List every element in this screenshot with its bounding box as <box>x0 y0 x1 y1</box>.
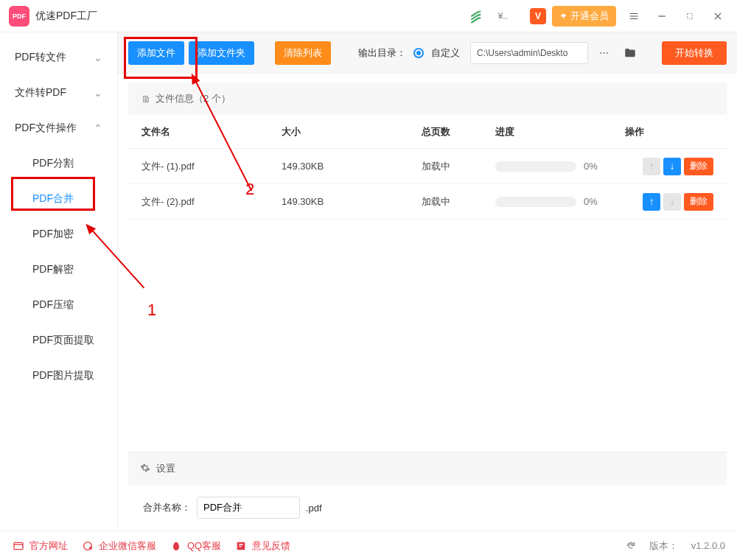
move-down-button[interactable]: ↓ <box>663 193 681 211</box>
sidebar-item-label: PDF图片提取 <box>32 369 94 382</box>
wecom-support-link[interactable]: 企业微信客服 <box>81 539 156 553</box>
sidebar-item-encrypt[interactable]: PDF加密 <box>0 217 117 252</box>
sidebar-group-label: 文件转PDF <box>15 86 66 99</box>
content: 添加文件 添加文件夹 清除列表 输出目录： 自定义 ⋯ 开始转换 🗎 文件信息（… <box>118 32 737 531</box>
app-icon: PDF <box>9 6 29 27</box>
settings-title: 设置 <box>156 462 175 475</box>
chevron-up-icon: ⌃ <box>94 122 102 134</box>
qq-support-link[interactable]: QQ客服 <box>170 539 221 553</box>
merge-name-label: 合并名称： <box>143 501 191 514</box>
globe-icon <box>12 539 25 553</box>
chevron-down-icon: ⌄ <box>94 52 102 63</box>
svg-point-3 <box>89 546 92 549</box>
sidebar: PDF转文件 ⌄ 文件转PDF ⌄ PDF文件操作 ⌃ PDF分割 PDF合并 … <box>0 32 118 531</box>
vip-crown-icon: V <box>530 8 546 24</box>
clear-list-button[interactable]: 清除列表 <box>275 41 331 65</box>
table-row: 文件- (1).pdf 149.30KB 加载中 0% ↑ ↓ 删除 <box>128 149 727 184</box>
sidebar-group-pdf-ops[interactable]: PDF文件操作 ⌃ <box>0 111 117 146</box>
foot-label: 企业微信客服 <box>99 539 156 553</box>
output-path-input[interactable] <box>470 42 588 64</box>
foot-label: QQ客服 <box>187 539 221 553</box>
cell-pages: 加载中 <box>422 160 495 173</box>
sidebar-item-extract-pages[interactable]: PDF页面提取 <box>0 323 117 358</box>
svg-rect-0 <box>688 13 693 18</box>
foot-label: 官方网址 <box>29 539 68 553</box>
sidebar-item-label: PDF合并 <box>32 192 74 206</box>
delete-button[interactable]: 删除 <box>684 193 713 211</box>
progress-percent: 0% <box>584 161 598 172</box>
document-icon: 🗎 <box>142 94 151 105</box>
output-dir-label: 输出目录： <box>358 46 406 60</box>
foot-label: 意见反馈 <box>252 539 290 553</box>
col-size: 大小 <box>282 125 422 139</box>
col-action: 操作 <box>625 125 644 139</box>
sidebar-item-extract-images[interactable]: PDF图片提取 <box>0 358 117 393</box>
sidebar-group-pdf-to-file[interactable]: PDF转文件 ⌄ <box>0 40 117 75</box>
file-info-count: 文件信息（2 个） <box>156 92 231 105</box>
file-table: 文件名 大小 总页数 进度 操作 文件- (1).pdf 149.30KB 加载… <box>128 115 727 220</box>
maximize-button[interactable] <box>680 6 700 27</box>
chevron-down-icon: ⌄ <box>94 87 102 99</box>
delete-button[interactable]: 删除 <box>684 158 713 175</box>
settings-body: 合并名称： .pdf <box>128 485 727 531</box>
footer: 官方网址 企业微信客服 QQ客服 意见反馈 版本： v1.2.0.0 <box>0 531 737 560</box>
progress-percent: 0% <box>584 196 598 207</box>
start-convert-button[interactable]: 开始转换 <box>662 41 727 65</box>
open-vip-button[interactable]: ✦ 开通会员 <box>552 6 616 27</box>
table-header: 文件名 大小 总页数 进度 操作 <box>128 115 727 149</box>
add-folder-button[interactable]: 添加文件夹 <box>189 41 254 65</box>
move-down-button[interactable]: ↓ <box>663 158 681 175</box>
merge-suffix: .pdf <box>306 503 322 514</box>
merge-name-input[interactable] <box>197 497 300 519</box>
cell-name: 文件- (2).pdf <box>142 195 282 209</box>
add-file-button[interactable]: 添加文件 <box>128 41 184 65</box>
output-custom-radio[interactable] <box>413 48 424 58</box>
menu-button[interactable] <box>624 6 644 27</box>
col-pages: 总页数 <box>422 125 495 139</box>
cell-name: 文件- (1).pdf <box>142 160 282 173</box>
file-info-header: 🗎 文件信息（2 个） <box>128 83 727 115</box>
minimize-button[interactable] <box>652 6 672 27</box>
feedback-icon <box>234 539 248 553</box>
official-site-link[interactable]: 官方网址 <box>12 539 68 553</box>
settings-panel: 设置 合并名称： .pdf <box>128 452 727 531</box>
svg-point-5 <box>174 542 178 545</box>
sidebar-item-label: PDF页面提取 <box>32 334 94 347</box>
cell-size: 149.30KB <box>282 196 422 207</box>
output-custom-label: 自定义 <box>431 46 460 60</box>
gear-icon <box>140 463 150 475</box>
vip-button-label: 开通会员 <box>570 10 609 23</box>
sidebar-item-label: PDF解密 <box>32 263 74 276</box>
vip-badge-icon: ✦ <box>559 10 567 21</box>
partner-logo <box>464 6 492 27</box>
version-label: 版本： <box>649 539 678 553</box>
cell-pages: 加载中 <box>422 195 495 209</box>
sidebar-item-label: PDF分割 <box>32 157 74 170</box>
toolbar: 添加文件 添加文件夹 清除列表 输出目录： 自定义 ⋯ 开始转换 <box>118 32 737 74</box>
main: PDF转文件 ⌄ 文件转PDF ⌄ PDF文件操作 ⌃ PDF分割 PDF合并 … <box>0 32 737 531</box>
feedback-link[interactable]: 意见反馈 <box>234 539 290 553</box>
sidebar-group-file-to-pdf[interactable]: 文件转PDF ⌄ <box>0 75 117 111</box>
sidebar-item-decrypt[interactable]: PDF解密 <box>0 252 117 287</box>
refresh-button[interactable] <box>626 541 636 551</box>
table-row: 文件- (2).pdf 149.30KB 加载中 0% ↑ ↓ 删除 <box>128 184 727 220</box>
move-up-button[interactable]: ↑ <box>643 158 660 175</box>
version-value: v1.2.0.0 <box>691 540 725 551</box>
more-path-button[interactable]: ⋯ <box>593 42 615 64</box>
sidebar-item-merge[interactable]: PDF合并 <box>0 181 117 217</box>
qq-icon <box>170 539 183 553</box>
progress-bar <box>495 197 576 207</box>
sidebar-item-split[interactable]: PDF分割 <box>0 146 117 181</box>
open-folder-button[interactable] <box>619 42 641 64</box>
sidebar-item-label: PDF压缩 <box>32 298 74 312</box>
close-button[interactable] <box>708 6 728 27</box>
move-up-button[interactable]: ↑ <box>643 193 660 211</box>
sidebar-item-compress[interactable]: PDF压缩 <box>0 287 117 323</box>
sidebar-group-label: PDF转文件 <box>15 51 66 64</box>
partner-text: ¥.. <box>498 11 508 21</box>
progress-bar <box>495 161 576 172</box>
sidebar-group-label: PDF文件操作 <box>15 122 77 135</box>
settings-header: 设置 <box>128 452 727 485</box>
app-title: 优速PDF工厂 <box>35 10 97 23</box>
col-name: 文件名 <box>142 125 282 139</box>
